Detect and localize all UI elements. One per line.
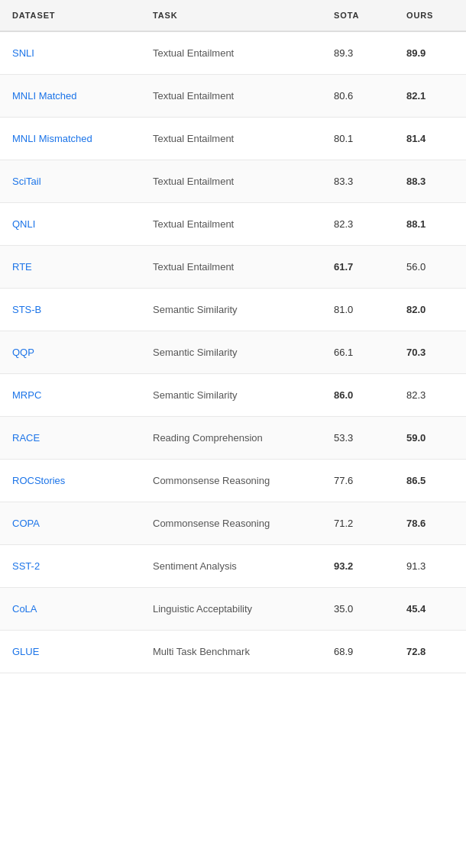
cell-sota: 82.3 <box>322 203 394 245</box>
table-row: MRPCSemantic Similarity86.082.3 <box>0 374 466 417</box>
cell-task: Sentiment Analysis <box>141 545 322 587</box>
table-row: RACEReading Comprehension53.359.0 <box>0 417 466 460</box>
table-row: QNLITextual Entailment82.388.1 <box>0 203 466 246</box>
cell-sota: 53.3 <box>322 417 394 459</box>
cell-ours: 72.8 <box>394 631 466 673</box>
cell-dataset: SST-2 <box>0 545 141 587</box>
cell-ours: 86.5 <box>394 460 466 502</box>
cell-ours: 88.3 <box>394 160 466 202</box>
cell-task: Semantic Similarity <box>141 331 322 373</box>
table-row: MNLI MismatchedTextual Entailment80.181.… <box>0 118 466 160</box>
cell-ours: 82.0 <box>394 289 466 331</box>
cell-ours: 81.4 <box>394 118 466 160</box>
table-row: SciTailTextual Entailment83.388.3 <box>0 160 466 203</box>
cell-dataset: CoLA <box>0 588 141 630</box>
cell-sota: 83.3 <box>322 160 394 202</box>
cell-task: Linguistic Acceptability <box>141 588 322 630</box>
table-row: ROCStoriesCommonsense Reasoning77.686.5 <box>0 460 466 502</box>
cell-sota: 80.1 <box>322 118 394 160</box>
cell-ours: 59.0 <box>394 417 466 459</box>
table-row: QQPSemantic Similarity66.170.3 <box>0 331 466 374</box>
cell-dataset: COPA <box>0 502 141 544</box>
table-row: CoLALinguistic Acceptability35.045.4 <box>0 588 466 631</box>
cell-ours: 89.9 <box>394 32 466 74</box>
cell-ours: 82.3 <box>394 374 466 416</box>
cell-task: Commonsense Reasoning <box>141 502 322 544</box>
cell-ours: 88.1 <box>394 203 466 245</box>
cell-dataset: QNLI <box>0 203 141 245</box>
cell-sota: 89.3 <box>322 32 394 74</box>
header-sota: SOTA <box>322 0 394 31</box>
cell-ours: 70.3 <box>394 331 466 373</box>
cell-sota: 80.6 <box>322 75 394 117</box>
table-row: GLUEMulti Task Benchmark68.972.8 <box>0 631 466 673</box>
header-ours: OURS <box>394 0 466 31</box>
cell-sota: 61.7 <box>322 246 394 288</box>
cell-task: Textual Entailment <box>141 32 322 74</box>
cell-sota: 81.0 <box>322 289 394 331</box>
cell-sota: 66.1 <box>322 331 394 373</box>
table-row: RTETextual Entailment61.756.0 <box>0 246 466 289</box>
cell-ours: 45.4 <box>394 588 466 630</box>
cell-task: Semantic Similarity <box>141 374 322 416</box>
cell-sota: 35.0 <box>322 588 394 630</box>
cell-sota: 93.2 <box>322 545 394 587</box>
cell-dataset: SNLI <box>0 32 141 74</box>
cell-dataset: RTE <box>0 246 141 288</box>
cell-ours: 56.0 <box>394 246 466 288</box>
cell-dataset: STS-B <box>0 289 141 331</box>
table-row: STS-BSemantic Similarity81.082.0 <box>0 289 466 331</box>
cell-task: Semantic Similarity <box>141 289 322 331</box>
cell-task: Textual Entailment <box>141 203 322 245</box>
cell-sota: 86.0 <box>322 374 394 416</box>
cell-task: Reading Comprehension <box>141 417 322 459</box>
cell-ours: 78.6 <box>394 502 466 544</box>
table-body: SNLITextual Entailment89.389.9MNLI Match… <box>0 32 466 673</box>
benchmark-table: DATASET TASK SOTA OURS SNLITextual Entai… <box>0 0 466 673</box>
cell-dataset: ROCStories <box>0 460 141 502</box>
cell-dataset: MNLI Mismatched <box>0 118 141 160</box>
cell-dataset: RACE <box>0 417 141 459</box>
cell-sota: 68.9 <box>322 631 394 673</box>
cell-sota: 77.6 <box>322 460 394 502</box>
cell-task: Commonsense Reasoning <box>141 460 322 502</box>
cell-dataset: MNLI Matched <box>0 75 141 117</box>
cell-task: Textual Entailment <box>141 75 322 117</box>
header-dataset: DATASET <box>0 0 141 31</box>
cell-ours: 82.1 <box>394 75 466 117</box>
table-row: COPACommonsense Reasoning71.278.6 <box>0 502 466 545</box>
header-task: TASK <box>141 0 322 31</box>
cell-task: Textual Entailment <box>141 246 322 288</box>
table-row: MNLI MatchedTextual Entailment80.682.1 <box>0 75 466 118</box>
cell-task: Textual Entailment <box>141 118 322 160</box>
cell-task: Textual Entailment <box>141 160 322 202</box>
cell-sota: 71.2 <box>322 502 394 544</box>
table-header: DATASET TASK SOTA OURS <box>0 0 466 32</box>
cell-dataset: GLUE <box>0 631 141 673</box>
cell-dataset: MRPC <box>0 374 141 416</box>
cell-dataset: QQP <box>0 331 141 373</box>
cell-dataset: SciTail <box>0 160 141 202</box>
cell-task: Multi Task Benchmark <box>141 631 322 673</box>
table-row: SNLITextual Entailment89.389.9 <box>0 32 466 75</box>
cell-ours: 91.3 <box>394 545 466 587</box>
table-row: SST-2Sentiment Analysis93.291.3 <box>0 545 466 588</box>
